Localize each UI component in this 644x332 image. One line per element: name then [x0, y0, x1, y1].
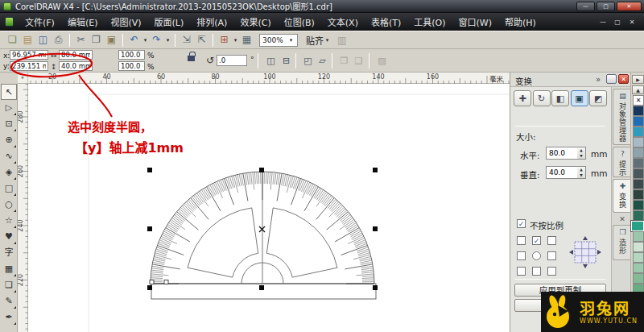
menu-layout[interactable]: 版面(L): [148, 15, 191, 28]
protractor-drawing[interactable]: [28, 84, 510, 332]
drawing-canvas[interactable]: [28, 84, 510, 332]
anchor-point-0-0[interactable]: [517, 236, 526, 245]
chevron-down-icon[interactable]: ▾: [232, 37, 239, 44]
anchor-point-0-1[interactable]: ✓: [532, 236, 541, 245]
menu-edit[interactable]: 编辑(E): [61, 15, 105, 28]
palette-scroll-up-button[interactable]: ▲: [632, 85, 644, 94]
menu-arrange[interactable]: 排列(A): [190, 15, 233, 28]
anchor-point-2-2[interactable]: [547, 267, 556, 276]
selection-handle[interactable]: [259, 168, 264, 172]
rotate-button[interactable]: ↻: [533, 90, 551, 106]
rotation-angle-field[interactable]: [217, 55, 247, 66]
smart-fill-tool[interactable]: ◈: [1, 164, 17, 181]
color-swatch-1e5247[interactable]: [633, 200, 644, 210]
object-height-field[interactable]: [59, 61, 93, 71]
snap-to-menu[interactable]: 贴齐: [306, 34, 324, 47]
paste-button[interactable]: ▣: [104, 32, 119, 48]
menu-effects[interactable]: 效果(C): [233, 15, 277, 28]
welcome-screen-button[interactable]: ▦: [239, 32, 254, 48]
color-swatch-a7bac6[interactable]: [633, 137, 644, 147]
anchor-point-0-2[interactable]: [547, 236, 556, 245]
selection-handle[interactable]: [373, 168, 378, 172]
lock-ratio-icon[interactable]: [188, 56, 195, 61]
menu-text[interactable]: 文本(X): [321, 15, 365, 28]
color-swatch-8fa3ad[interactable]: [633, 147, 644, 158]
freehand-tool[interactable]: ∿: [1, 148, 17, 164]
y-position-field[interactable]: [10, 61, 48, 71]
pick-tool[interactable]: ↖: [1, 84, 17, 100]
wrap-text-button[interactable]: ◰: [301, 54, 315, 68]
convert-to-curves-button[interactable]: ▱: [316, 54, 329, 68]
minimize-button[interactable]: —: [576, 2, 595, 11]
chevron-down-icon[interactable]: ▾: [324, 37, 331, 44]
crop-tool[interactable]: ⊡: [1, 116, 17, 132]
skew-button[interactable]: ◩: [589, 90, 607, 106]
menu-file[interactable]: 文件(F): [19, 15, 61, 28]
docker-minimize-button[interactable]: [606, 74, 617, 84]
save-button[interactable]: ◫: [35, 32, 51, 48]
docker-close-button[interactable]: ✕: [618, 74, 629, 84]
tab-transform[interactable]: ✚变换: [613, 179, 632, 213]
text-tool[interactable]: 字: [1, 245, 17, 261]
object-width-field[interactable]: [59, 50, 93, 60]
cut-button[interactable]: ✂: [73, 32, 89, 48]
scale-horizontal-field[interactable]: [118, 50, 145, 60]
color-swatch-1f6db4[interactable]: [633, 116, 644, 127]
basic-shapes-tool[interactable]: ♥: [1, 229, 17, 245]
chevron-down-icon[interactable]: ▾: [164, 37, 171, 44]
import-button[interactable]: ⇲: [179, 32, 194, 48]
table-tool[interactable]: ▦: [1, 261, 17, 277]
tab-shaping[interactable]: ❒造形: [613, 225, 632, 260]
copy-button[interactable]: ❐: [89, 32, 104, 48]
vertical-spinner[interactable]: ▲▼: [577, 166, 586, 179]
selection-handle[interactable]: [259, 285, 264, 290]
position-button[interactable]: ✚: [514, 90, 531, 106]
polygon-tool[interactable]: ☆: [1, 213, 17, 229]
close-button[interactable]: ✕: [617, 2, 642, 11]
quick-customize-button[interactable]: ▨: [375, 54, 389, 68]
redo-button[interactable]: ↷: [149, 32, 164, 48]
scale-vertical-field[interactable]: [118, 61, 145, 71]
group-button[interactable]: ❑: [352, 54, 365, 68]
menu-window[interactable]: 窗口(W): [452, 15, 498, 28]
ellipse-tool[interactable]: ○: [1, 197, 17, 213]
ruler-origin-icon[interactable]: ⌖: [18, 73, 28, 84]
menu-view[interactable]: 视图(V): [104, 15, 147, 28]
no-color-swatch[interactable]: ✕: [633, 95, 644, 106]
anchor-point-1-2[interactable]: [547, 251, 556, 260]
combine-button[interactable]: ❐: [337, 54, 351, 68]
color-swatch-17365d[interactable]: [633, 106, 644, 116]
docker-close-tab-button[interactable]: ✕: [613, 215, 632, 223]
vertical-ruler[interactable]: 220240260280: [18, 84, 28, 332]
anchor-point-2-0[interactable]: [517, 267, 526, 276]
doc-restore-button[interactable]: ▢: [612, 19, 623, 26]
shape-tool[interactable]: ▷: [1, 100, 17, 116]
tab-hints[interactable]: ?提示: [613, 147, 632, 177]
zoom-tool[interactable]: ⊕: [1, 132, 17, 148]
outline-pen-tool[interactable]: ✒: [1, 309, 17, 326]
color-swatch-5f7077[interactable]: [633, 158, 644, 168]
doc-close-button[interactable]: ✕: [626, 19, 638, 26]
docker-collapse-button[interactable]: »: [596, 75, 601, 84]
color-swatch-3a4a4d[interactable]: [633, 179, 644, 189]
anchor-point-2-1[interactable]: [532, 267, 541, 276]
color-swatch-9ac7ab[interactable]: [633, 231, 644, 242]
menu-bitmaps[interactable]: 位图(B): [278, 15, 321, 28]
color-swatch-2c453f[interactable]: [633, 189, 644, 200]
selection-handle[interactable]: [147, 285, 152, 290]
chevron-down-icon[interactable]: ▾: [142, 37, 149, 44]
color-swatch-27a085[interactable]: [631, 221, 644, 231]
export-button[interactable]: ⇱: [194, 32, 209, 48]
zoom-level-select[interactable]: 300% ▾: [259, 34, 298, 47]
menu-table[interactable]: 表格(T): [365, 15, 407, 28]
undo-button[interactable]: ↶: [126, 32, 142, 48]
open-button[interactable]: ▤: [20, 32, 35, 48]
rectangle-tool[interactable]: □: [1, 181, 17, 197]
restore-button[interactable]: ▢: [597, 2, 615, 11]
print-button[interactable]: ⎙: [51, 32, 66, 48]
interactive-blend-tool[interactable]: ❏: [1, 277, 17, 293]
horizontal-spinner[interactable]: ▲▼: [577, 147, 586, 160]
tab-object-manager[interactable]: ▤对象管理器: [613, 89, 632, 145]
palette-expand-button[interactable]: ▶: [632, 75, 644, 84]
color-swatch-2a6d5a[interactable]: [633, 210, 644, 221]
